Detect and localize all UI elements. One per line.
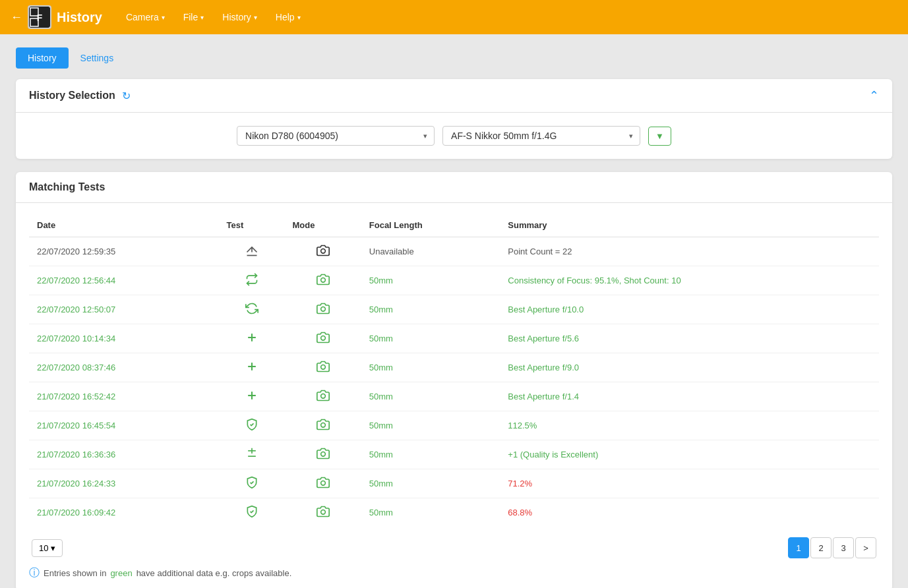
cell-date[interactable]: 22/07/2020 12:50:07: [29, 295, 219, 324]
tab-bar: History Settings: [16, 47, 892, 69]
svg-point-5: [320, 278, 325, 283]
cell-date[interactable]: 21/07/2020 16:24:33: [29, 469, 219, 498]
cell-test: [219, 440, 285, 469]
cell-test: [219, 469, 285, 498]
nav-history[interactable]: History ▾: [214, 8, 265, 26]
cell-focal-length[interactable]: 50mm: [361, 498, 500, 527]
cell-summary: Point Count = 22: [500, 237, 879, 266]
navbar: ← F History Camera ▾ File ▾ History ▾ He…: [0, 0, 908, 34]
cell-summary[interactable]: 68.8%: [500, 498, 879, 527]
tab-history[interactable]: History: [16, 47, 69, 69]
cell-date[interactable]: 21/07/2020 16:45:54: [29, 411, 219, 440]
col-summary: Summary: [500, 214, 879, 237]
cell-mode: [284, 498, 361, 527]
matching-tests-body: Date Test Mode Focal Length Summary 22/0…: [16, 203, 892, 588]
table-row[interactable]: 21/07/2020 16:36:36 50mm +1 (Quality is …: [29, 440, 879, 469]
lens-select-wrapper: AF-S Nikkor 50mm f/1.4G ▾: [442, 126, 640, 146]
chevron-down-icon: ▾: [51, 543, 55, 553]
back-button[interactable]: ←: [11, 11, 22, 24]
matching-tests-header: Matching Tests: [16, 172, 892, 203]
svg-point-22: [320, 510, 325, 515]
cell-date[interactable]: 21/07/2020 16:36:36: [29, 440, 219, 469]
collapse-icon[interactable]: ⌃: [869, 88, 879, 103]
cell-summary[interactable]: 71.2%: [500, 469, 879, 498]
cell-mode: [284, 411, 361, 440]
cell-focal-length[interactable]: 50mm: [361, 440, 500, 469]
cell-focal-length[interactable]: 50mm: [361, 411, 500, 440]
svg-point-12: [320, 365, 325, 370]
chevron-down-icon: ▾: [297, 14, 301, 21]
history-selection-title: History Selection: [29, 90, 115, 102]
cell-summary[interactable]: Best Aperture f/1.4: [500, 382, 879, 411]
cell-focal-length[interactable]: 50mm: [361, 295, 500, 324]
cell-date[interactable]: 22/07/2020 10:14:34: [29, 324, 219, 353]
refresh-icon[interactable]: ↻: [122, 90, 131, 102]
cell-mode: [284, 295, 361, 324]
cell-date[interactable]: 21/07/2020 16:52:42: [29, 382, 219, 411]
col-focal-length: Focal Length: [361, 214, 500, 237]
cell-test: [219, 411, 285, 440]
page-3-button[interactable]: 3: [833, 537, 854, 558]
cell-summary[interactable]: Consistency of Focus: 95.1%, Shot Count:…: [500, 266, 879, 295]
page-1-button[interactable]: 1: [788, 537, 809, 558]
chevron-down-icon: ▾: [162, 14, 165, 21]
chevron-down-icon: ▾: [254, 14, 257, 21]
tab-settings[interactable]: Settings: [69, 47, 126, 69]
app-logo: F: [28, 5, 51, 29]
cell-date[interactable]: 22/07/2020 12:56:44: [29, 266, 219, 295]
cell-mode: [284, 266, 361, 295]
extra-dropdown-button[interactable]: ▼: [648, 127, 671, 146]
cell-focal-length[interactable]: 50mm: [361, 266, 500, 295]
pagination-buttons: 1 2 3 >: [788, 537, 876, 558]
cell-date[interactable]: 22/07/2020 08:37:46: [29, 353, 219, 382]
col-date: Date: [29, 214, 219, 237]
table-row[interactable]: 21/07/2020 16:45:54 50mm 112.5%: [29, 411, 879, 440]
cell-mode: [284, 237, 361, 266]
cell-mode: [284, 324, 361, 353]
cell-focal-length[interactable]: 50mm: [361, 469, 500, 498]
table-row[interactable]: 22/07/2020 12:50:07 50mm Best Aperture f…: [29, 295, 879, 324]
cell-test: [219, 382, 285, 411]
svg-point-15: [320, 394, 325, 399]
col-mode: Mode: [284, 214, 361, 237]
table-body: 22/07/2020 12:59:35 Unavailable Point Co…: [29, 237, 879, 527]
svg-point-20: [320, 452, 325, 457]
cell-summary[interactable]: +1 (Quality is Excellent): [500, 440, 879, 469]
page-2-button[interactable]: 2: [810, 537, 832, 558]
camera-select[interactable]: Nikon D780 (6004905): [245, 131, 426, 141]
nav-camera[interactable]: Camera ▾: [118, 8, 173, 26]
history-selection-card: History Selection ↻ ⌃ Nikon D780 (600490…: [16, 79, 892, 159]
footer-note-green: green: [110, 568, 132, 578]
cell-test: [219, 295, 285, 324]
cell-summary[interactable]: 112.5%: [500, 411, 879, 440]
page-next-button[interactable]: >: [855, 537, 876, 558]
per-page-button[interactable]: 10 ▾: [32, 539, 63, 557]
cell-summary[interactable]: Best Aperture f/9.0: [500, 353, 879, 382]
table-row[interactable]: 22/07/2020 10:14:34 50mm Best Aperture f…: [29, 324, 879, 353]
table-row[interactable]: 21/07/2020 16:09:42 50mm 68.8%: [29, 498, 879, 527]
cell-date[interactable]: 21/07/2020 16:09:42: [29, 498, 219, 527]
nav-file[interactable]: File ▾: [175, 8, 212, 26]
cell-focal-length[interactable]: 50mm: [361, 382, 500, 411]
table-row[interactable]: 22/07/2020 08:37:46 50mm Best Aperture f…: [29, 353, 879, 382]
cell-test: [219, 324, 285, 353]
nav-menu: Camera ▾ File ▾ History ▾ Help ▾: [118, 8, 309, 26]
nav-help[interactable]: Help ▾: [268, 8, 309, 26]
cell-mode: [284, 469, 361, 498]
cell-summary[interactable]: Best Aperture f/10.0: [500, 295, 879, 324]
table-row[interactable]: 21/07/2020 16:52:42 50mm Best Aperture f…: [29, 382, 879, 411]
cell-test: [219, 266, 285, 295]
cell-focal-length[interactable]: 50mm: [361, 353, 500, 382]
lens-select[interactable]: AF-S Nikkor 50mm f/1.4G: [451, 131, 632, 141]
page-title: History: [57, 10, 102, 25]
table-row[interactable]: 22/07/2020 12:56:44 50mm Consistency of …: [29, 266, 879, 295]
svg-point-4: [320, 249, 325, 254]
cell-focal-length[interactable]: 50mm: [361, 324, 500, 353]
matching-tests-title: Matching Tests: [29, 181, 105, 192]
cell-test: [219, 353, 285, 382]
table-row[interactable]: 21/07/2020 16:24:33 50mm 71.2%: [29, 469, 879, 498]
matching-tests-table: Date Test Mode Focal Length Summary 22/0…: [29, 214, 879, 527]
footer-note-before: Entries shown in: [44, 568, 106, 578]
history-selection-body: Nikon D780 (6004905) ▾ AF-S Nikkor 50mm …: [16, 113, 892, 159]
cell-summary[interactable]: Best Aperture f/5.6: [500, 324, 879, 353]
